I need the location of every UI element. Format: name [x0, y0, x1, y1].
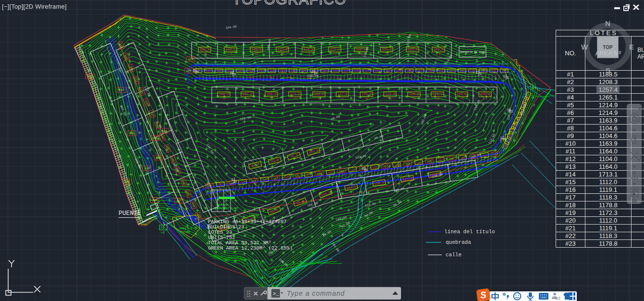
- svg-text:111: 111: [438, 69, 444, 73]
- svg-text:121: 121: [491, 69, 497, 73]
- svg-text:-1: -1: [229, 52, 232, 56]
- svg-text:109.0: 109.0: [266, 92, 276, 96]
- svg-text:+0: +0: [359, 52, 363, 56]
- svg-text:-2: -2: [437, 52, 440, 56]
- svg-text:111: 111: [186, 191, 191, 197]
- svg-text:+8: +8: [250, 75, 254, 79]
- svg-text:112.0: 112.0: [277, 48, 287, 51]
- svg-text:>_: >_: [273, 291, 279, 297]
- svg-text:107: 107: [156, 156, 161, 160]
- svg-text:+1: +1: [317, 97, 321, 100]
- svg-text:109: 109: [449, 157, 454, 161]
- svg-text:CANCHA: CANCHA: [249, 214, 259, 217]
- svg-text:121: 121: [405, 162, 411, 165]
- svg-text:119: 119: [394, 163, 400, 167]
- svg-text:107: 107: [218, 182, 223, 186]
- svg-text:+6: +6: [412, 97, 416, 100]
- svg-text:119: 119: [269, 69, 274, 73]
- svg-text:109: 109: [339, 169, 344, 173]
- svg-text:109: 109: [229, 181, 234, 185]
- svg-text:FUTURO: FUTURO: [181, 230, 191, 234]
- svg-text:120.00: 120.00: [240, 116, 251, 121]
- svg-text:+4: +4: [460, 97, 463, 100]
- svg-text:117: 117: [365, 69, 369, 73]
- svg-text:+8: +8: [307, 76, 311, 80]
- svg-text:117: 117: [470, 69, 475, 73]
- svg-text:107: 107: [438, 158, 443, 162]
- svg-text:126.0: 126.0: [407, 48, 417, 51]
- svg-text:104.00: 104.00: [330, 241, 340, 252]
- svg-text:DEPOSITO DE AGUA: DEPOSITO DE AGUA: [460, 50, 486, 54]
- svg-text:+2: +2: [385, 52, 389, 56]
- svg-text:12: 12: [556, 296, 560, 301]
- svg-text:123: 123: [291, 69, 295, 73]
- svg-text:109: 109: [322, 69, 327, 73]
- svg-text:122.00: 122.00: [206, 143, 214, 155]
- svg-text:109: 109: [428, 69, 433, 73]
- svg-text:109: 109: [153, 137, 158, 140]
- svg-text:111: 111: [460, 156, 465, 160]
- svg-text:107: 107: [417, 69, 422, 73]
- svg-text:121: 121: [87, 75, 93, 78]
- svg-text:128.0: 128.0: [456, 92, 466, 96]
- svg-text:105: 105: [407, 69, 412, 73]
- svg-text:123: 123: [188, 58, 194, 61]
- svg-text:+8: +8: [336, 77, 340, 80]
- svg-text:105: 105: [207, 184, 212, 188]
- svg-text:111: 111: [350, 168, 355, 172]
- svg-text:115: 115: [354, 69, 359, 73]
- svg-text:107: 107: [119, 88, 124, 92]
- svg-text:117: 117: [493, 152, 498, 156]
- svg-text:107: 107: [124, 54, 129, 60]
- svg-text:105: 105: [195, 69, 200, 73]
- svg-text:117: 117: [273, 176, 279, 180]
- svg-text:115: 115: [248, 69, 253, 73]
- svg-text:-2: -2: [306, 52, 310, 56]
- svg-text:123: 123: [396, 69, 401, 73]
- svg-text:120.0: 120.0: [361, 92, 371, 96]
- svg-text:+1: +1: [293, 97, 297, 100]
- svg-text:+0: +0: [255, 52, 258, 56]
- svg-text:115: 115: [482, 153, 487, 157]
- svg-text:123: 123: [306, 173, 311, 176]
- svg-text:+2: +2: [161, 231, 165, 235]
- svg-text:+3: +3: [269, 97, 273, 100]
- svg-text:121: 121: [295, 174, 300, 178]
- svg-text:+1: +1: [340, 97, 344, 100]
- svg-text:-2: -2: [411, 52, 414, 56]
- svg-text:115: 115: [460, 69, 464, 73]
- svg-text:123.0: 123.0: [381, 48, 391, 51]
- svg-text:115: 115: [372, 165, 377, 169]
- svg-text:109: 109: [186, 69, 192, 73]
- svg-text:+0: +0: [203, 52, 207, 56]
- svg-text:113: 113: [139, 88, 144, 94]
- svg-text:117: 117: [177, 199, 182, 202]
- svg-text:111: 111: [240, 180, 245, 184]
- svg-text:109: 109: [217, 69, 221, 73]
- svg-text:+5: +5: [245, 97, 249, 100]
- svg-text:122.00: 122.00: [355, 154, 366, 160]
- svg-text:113: 113: [251, 179, 256, 183]
- svg-text:105: 105: [317, 172, 322, 176]
- svg-text:103.0: 103.0: [199, 48, 209, 51]
- svg-text:+6: +6: [365, 97, 368, 100]
- svg-text:123: 123: [502, 69, 507, 73]
- svg-text:+8: +8: [288, 76, 292, 79]
- svg-text:TOPOGRAFICO: TOPOGRAFICO: [232, 0, 347, 7]
- svg-text:129.0: 129.0: [433, 48, 443, 51]
- svg-text:+2: +2: [436, 97, 439, 100]
- svg-text:+4: +4: [483, 97, 487, 100]
- svg-text:123: 123: [416, 161, 422, 164]
- svg-text:113: 113: [343, 69, 348, 73]
- svg-text:+8: +8: [269, 75, 273, 79]
- svg-text:108.00: 108.00: [336, 216, 348, 222]
- svg-text:117: 117: [259, 69, 264, 73]
- svg-text:113: 113: [238, 69, 243, 73]
- svg-text:105: 105: [301, 69, 306, 73]
- svg-text:115: 115: [125, 180, 130, 184]
- svg-text:TREATMENT PLANT: TREATMENT PLANT: [215, 207, 239, 210]
- svg-text:106.00: 106.00: [267, 39, 272, 50]
- svg-text:117.0: 117.0: [337, 92, 347, 96]
- svg-text:104.0: 104.0: [320, 190, 331, 197]
- svg-text:PARA M·O: PARA M·O: [180, 227, 193, 230]
